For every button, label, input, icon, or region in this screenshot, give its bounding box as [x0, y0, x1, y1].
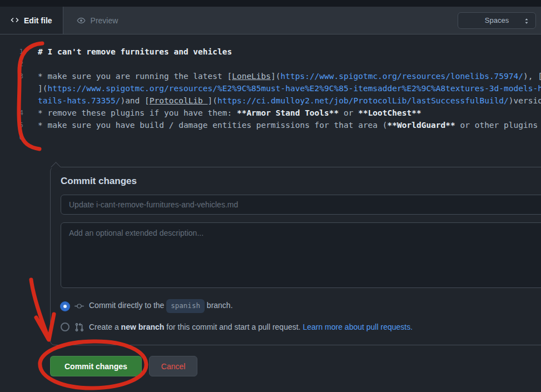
commit-description-textarea[interactable]	[61, 222, 541, 288]
tab-edit-file[interactable]: Edit file	[0, 7, 63, 34]
radio-commit-direct[interactable]	[61, 302, 70, 311]
commit-direct-option[interactable]: Commit directly to the spanish branch.	[61, 299, 541, 313]
code-editor[interactable]: 1# I can't remove furnitures and vehicle…	[0, 34, 541, 143]
line-number	[0, 95, 23, 107]
line-number: 5	[0, 119, 23, 131]
code-row[interactable]: 4* remove these plugins if you have them…	[0, 107, 541, 119]
code-line: # I can't remove furnitures and vehicles	[38, 46, 232, 58]
code-line: * make sure you have build / damage enti…	[38, 119, 541, 131]
line-number: 4	[0, 107, 23, 119]
code-row[interactable]: ](https://www.spigotmc.org/resources/%E2…	[0, 82, 541, 95]
eye-icon	[77, 16, 86, 25]
git-pull-request-icon	[75, 322, 84, 332]
cancel-button[interactable]: Cancel	[149, 356, 198, 376]
learn-more-link[interactable]: Learn more about pull requests.	[302, 322, 413, 331]
line-number: 3	[0, 70, 23, 82]
code-row[interactable]: 6	[0, 131, 541, 143]
unfold-icon	[523, 17, 530, 26]
indent-mode-select[interactable]: Spaces	[458, 12, 536, 29]
new-branch-option[interactable]: Create a new branch for this commit and …	[61, 321, 541, 333]
code-row[interactable]: tails-hats.73355/)and [ProtocolLib ](htt…	[0, 95, 541, 107]
commit-box-caret	[51, 162, 61, 172]
commit-message-input[interactable]	[61, 195, 541, 215]
code-line: tails-hats.73355/)and [ProtocolLib ](htt…	[38, 95, 541, 107]
code-icon	[11, 16, 19, 24]
tab-preview[interactable]: Preview	[63, 7, 132, 34]
radio-new-branch[interactable]	[61, 322, 70, 331]
code-line: * remove these plugins if you have them:…	[38, 107, 421, 119]
code-row[interactable]: 2	[0, 58, 541, 70]
line-number: 2	[0, 58, 23, 70]
code-row[interactable]: 1# I can't remove furnitures and vehicle…	[0, 46, 541, 58]
line-number: 1	[0, 46, 23, 58]
tab-edit-file-label: Edit file	[24, 16, 52, 25]
line-number: 6	[0, 131, 23, 143]
indent-mode-value: Spaces	[485, 16, 509, 24]
code-line: * make sure you are running the latest […	[38, 70, 541, 82]
code-row[interactable]: 5* make sure you have build / damage ent…	[0, 119, 541, 131]
new-branch-label: Create a new branch for this commit and …	[89, 321, 413, 333]
commit-changes-button[interactable]: Commit changes	[50, 356, 142, 376]
page-background-strip	[0, 0, 541, 7]
code-rows: 1# I can't remove furnitures and vehicle…	[0, 46, 541, 143]
code-row[interactable]: 3* make sure you are running the latest …	[0, 70, 541, 82]
edit-file-header: Edit file Preview Spaces	[0, 7, 541, 34]
tab-preview-label: Preview	[91, 16, 118, 25]
commit-actions: Commit changes Cancel	[50, 356, 541, 376]
commit-direct-label: Commit directly to the spanish branch.	[89, 299, 233, 313]
line-number	[0, 82, 23, 95]
commit-section: Commit changes Commit directly to the sp…	[50, 167, 541, 376]
branch-name-badge: spanish	[166, 299, 205, 313]
commit-form: Commit changes Commit directly to the sp…	[50, 167, 541, 345]
git-commit-icon	[75, 301, 84, 311]
code-line: ](https://www.spigotmc.org/resources/%E2…	[38, 82, 541, 95]
commit-heading: Commit changes	[61, 175, 541, 187]
